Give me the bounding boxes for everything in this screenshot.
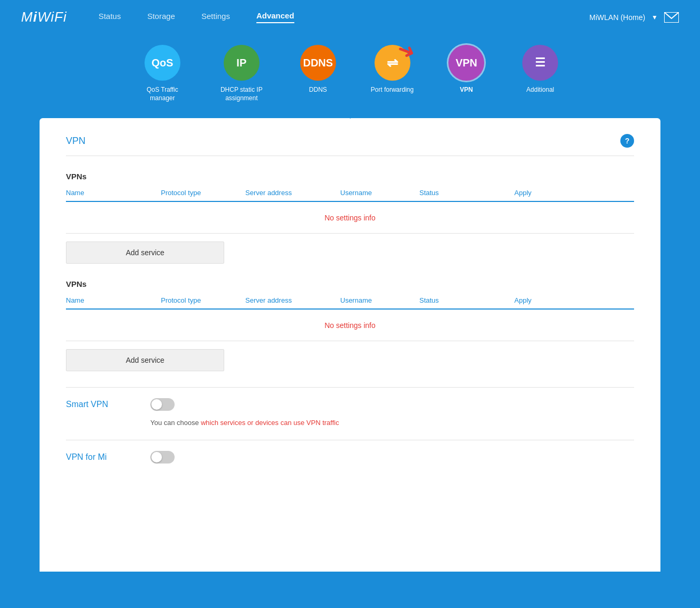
ddns-label: DDNS bbox=[309, 86, 327, 94]
additional-icon: ☰ bbox=[522, 45, 558, 81]
nav-settings[interactable]: Settings bbox=[202, 12, 230, 23]
col-server-2: Server address bbox=[245, 296, 340, 304]
qos-label: QoS Traffic manager bbox=[139, 86, 186, 102]
vpn-label: VPN bbox=[460, 86, 473, 94]
main-nav: Status Storage Settings Advanced bbox=[99, 11, 590, 23]
add-service-button-1[interactable]: Add service bbox=[66, 242, 224, 264]
qos-icon: QoS bbox=[145, 45, 180, 81]
col-name-2: Name bbox=[66, 296, 161, 304]
smart-vpn-desc-text: You can choose bbox=[150, 419, 201, 427]
toggle-knob-2 bbox=[151, 452, 162, 462]
smart-vpn-toggle[interactable] bbox=[150, 398, 175, 411]
active-indicator bbox=[341, 109, 360, 119]
nav-ddns[interactable]: DDNS DDNS bbox=[297, 45, 339, 94]
vpn-mi-label: VPN for Mi bbox=[66, 452, 140, 462]
table-body-2: No settings info bbox=[66, 310, 634, 341]
main-content: VPN ? VPNs Name Protocol type Server add… bbox=[40, 118, 660, 572]
no-settings-2: No settings info bbox=[324, 311, 376, 340]
vpns-label-2: VPNs bbox=[66, 279, 634, 288]
header: MiWiFi Status Storage Settings Advanced … bbox=[0, 0, 700, 34]
page-title: VPN bbox=[66, 136, 85, 147]
nav-portfwd[interactable]: ⇌ Port forwarding bbox=[371, 45, 414, 94]
smart-vpn-description: You can choose which services or devices… bbox=[150, 419, 634, 427]
col-protocol-2: Protocol type bbox=[161, 296, 245, 304]
vpn-mi-toggle[interactable] bbox=[150, 451, 175, 464]
col-status-1: Status bbox=[419, 189, 514, 197]
nav-ip[interactable]: IP DHCP static IP assignment bbox=[218, 45, 265, 102]
ip-icon: IP bbox=[224, 45, 260, 81]
additional-label: Additional bbox=[526, 86, 554, 94]
col-name-1: Name bbox=[66, 189, 161, 197]
nav-qos[interactable]: QoS QoS Traffic manager bbox=[139, 45, 186, 102]
smart-vpn-label: Smart VPN bbox=[66, 400, 140, 409]
section-title-row: VPN ? bbox=[66, 134, 634, 148]
mail-icon[interactable] bbox=[664, 12, 679, 23]
ddns-icon: DDNS bbox=[300, 45, 336, 81]
vpn-section-2: VPNs Name Protocol type Server address U… bbox=[66, 279, 634, 371]
col-protocol-1: Protocol type bbox=[161, 189, 245, 197]
vpns-label-1: VPNs bbox=[66, 172, 634, 181]
col-username-2: Username bbox=[340, 296, 419, 304]
toggle-knob bbox=[151, 399, 162, 410]
smart-vpn-section: Smart VPN You can choose which services … bbox=[66, 387, 634, 427]
table-body-1: No settings info bbox=[66, 202, 634, 234]
nav-vpn[interactable]: VPN VPN bbox=[445, 45, 487, 94]
col-apply-1: Apply bbox=[514, 189, 634, 197]
header-right: MiWLAN (Home) ▼ bbox=[589, 12, 679, 23]
table-header-2: Name Protocol type Server address Userna… bbox=[66, 296, 634, 310]
col-server-1: Server address bbox=[245, 189, 340, 197]
vpn-section-1: VPNs Name Protocol type Server address U… bbox=[66, 172, 634, 264]
col-apply-2: Apply bbox=[514, 296, 634, 304]
vpn-mi-section: VPN for Mi bbox=[66, 440, 634, 464]
no-settings-1: No settings info bbox=[324, 203, 376, 233]
network-name: MiWLAN (Home) bbox=[589, 13, 645, 22]
table-header-1: Name Protocol type Server address Userna… bbox=[66, 189, 634, 202]
col-status-2: Status bbox=[419, 296, 514, 304]
ip-label: DHCP static IP assignment bbox=[218, 86, 265, 102]
vpn-mi-row: VPN for Mi bbox=[66, 451, 634, 464]
portfwd-label: Port forwarding bbox=[371, 86, 414, 94]
help-button[interactable]: ? bbox=[620, 134, 634, 148]
icon-nav: ➜ QoS QoS Traffic manager IP DHCP static… bbox=[0, 34, 700, 118]
nav-status[interactable]: Status bbox=[99, 12, 121, 23]
col-username-1: Username bbox=[340, 189, 419, 197]
nav-storage[interactable]: Storage bbox=[147, 12, 175, 23]
nav-advanced[interactable]: Advanced bbox=[256, 11, 294, 23]
add-service-button-2[interactable]: Add service bbox=[66, 349, 224, 371]
smart-vpn-desc-link[interactable]: which services or devices can use VPN tr… bbox=[201, 419, 339, 427]
smart-vpn-row: Smart VPN bbox=[66, 398, 634, 411]
nav-additional[interactable]: ☰ Additional bbox=[519, 45, 561, 94]
logo: MiWiFi bbox=[21, 9, 67, 25]
portfwd-icon: ⇌ bbox=[375, 45, 410, 81]
chevron-down-icon[interactable]: ▼ bbox=[651, 14, 658, 21]
title-divider bbox=[66, 156, 634, 156]
vpn-icon: VPN bbox=[448, 45, 484, 81]
